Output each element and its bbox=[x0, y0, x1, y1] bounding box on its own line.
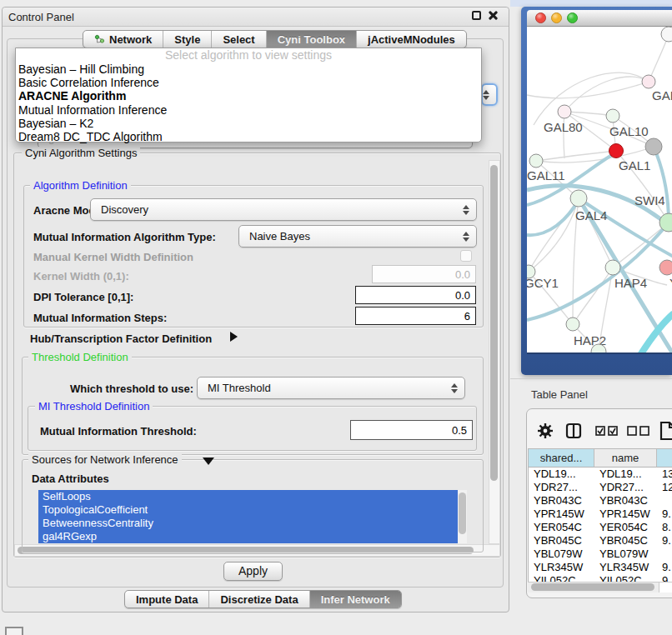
network-node-gal10[interactable] bbox=[606, 109, 619, 122]
algorithm-option-aracne-algorithm[interactable]: ARACNE Algorithm bbox=[16, 89, 481, 102]
tab-network[interactable]: Network bbox=[83, 31, 163, 48]
table-row[interactable]: YER054CYER054C8. bbox=[529, 521, 672, 534]
bottom-tab-impute-data-label: Impute Data bbox=[136, 593, 198, 606]
table-panel-divider bbox=[510, 378, 672, 379]
network-node-gal[interactable] bbox=[642, 75, 655, 88]
table-cell bbox=[657, 494, 672, 508]
collapse-arrow-icon[interactable] bbox=[203, 458, 214, 465]
aracne-mode-combo[interactable]: Discovery bbox=[90, 198, 477, 221]
column-header-name[interactable]: name bbox=[594, 449, 657, 468]
settings-group-title: Cyni Algorithm Settings bbox=[22, 147, 140, 159]
algorithm-definition-title: Algorithm Definition bbox=[30, 179, 131, 192]
manual-kernel-checkbox bbox=[460, 250, 472, 262]
bottom-tab-discretize-data[interactable]: Discretize Data bbox=[208, 591, 308, 608]
dropdown-items: Bayesian – Hill ClimbingBasic Correlatio… bbox=[16, 62, 481, 143]
sources-group-title[interactable]: Sources for Network Inference bbox=[28, 453, 182, 466]
network-canvas[interactable]: GALGAL80GAL10GAL1GAL11GAL4SWI4GCY1HAP4YH… bbox=[527, 27, 672, 354]
attribute-item-topologicalcoefficient[interactable]: TopologicalCoefficient bbox=[38, 503, 467, 517]
expand-arrow-icon[interactable] bbox=[230, 332, 238, 342]
algorithm-option-mutual-information-inference[interactable]: Mutual Information Inference bbox=[16, 103, 481, 117]
dpi-tolerance-field[interactable] bbox=[355, 286, 476, 304]
node-label: GAL1 bbox=[619, 158, 650, 172]
table-cell: YLR345W bbox=[529, 561, 594, 574]
tab-select-label: Select bbox=[223, 33, 254, 46]
column-header-shared[interactable]: shared... bbox=[529, 449, 594, 468]
apply-button[interactable]: Apply bbox=[223, 562, 283, 581]
columns-icon[interactable] bbox=[565, 422, 582, 439]
tab-cyni-toolbox[interactable]: Cyni Toolbox bbox=[266, 31, 356, 48]
table-cell: YER054C bbox=[529, 521, 594, 534]
which-threshold-combo[interactable]: MI Threshold bbox=[197, 377, 465, 399]
mi-type-combo[interactable]: Naive Bayes bbox=[238, 225, 477, 248]
panel-corner-icon[interactable] bbox=[5, 627, 23, 635]
float-icon[interactable] bbox=[472, 11, 481, 20]
hub-section-label[interactable]: Hub/Transcription Factor Definition bbox=[30, 332, 212, 345]
attribute-item-selfloops[interactable]: SelfLoops bbox=[38, 490, 467, 503]
stepper-arrows-icon bbox=[463, 205, 469, 215]
mi-threshold-field[interactable] bbox=[350, 420, 473, 440]
attribute-table: shared...nameA YDL19...YDL19...13YDR27..… bbox=[528, 448, 672, 592]
network-node-gal1[interactable] bbox=[609, 144, 624, 158]
stepper-arrows-icon bbox=[483, 90, 489, 100]
mi-steps-field[interactable] bbox=[355, 307, 476, 325]
document-icon[interactable] bbox=[659, 421, 672, 441]
attributes-scrollbar-thumb[interactable] bbox=[459, 492, 466, 534]
attribute-item-gal4rgexp[interactable]: gal4RGexp bbox=[38, 530, 467, 543]
table-cell bbox=[657, 548, 672, 561]
table-cell: YBR045C bbox=[529, 534, 594, 548]
node-label: GAL80 bbox=[544, 120, 583, 134]
mac-close-button[interactable] bbox=[535, 12, 546, 23]
table-cell: YDR27... bbox=[594, 481, 657, 494]
algorithm-option-bayesian-hill-climbing[interactable]: Bayesian – Hill Climbing bbox=[16, 62, 481, 76]
network-window-titlebar[interactable] bbox=[527, 10, 672, 27]
table-cell: YBR045C bbox=[594, 534, 657, 548]
bottom-tab-impute-data[interactable]: Impute Data bbox=[125, 591, 208, 608]
network-graph: GALGAL80GAL10GAL1GAL11GAL4SWI4GCY1HAP4YH… bbox=[527, 27, 672, 354]
network-node-y[interactable] bbox=[659, 260, 672, 275]
table-row[interactable]: YBR045CYBR045C9. bbox=[529, 534, 672, 548]
network-node-gal80[interactable] bbox=[558, 105, 571, 118]
tab-select[interactable]: Select bbox=[211, 31, 265, 48]
table-cell: YBR043C bbox=[529, 494, 594, 508]
gear-icon[interactable] bbox=[537, 422, 554, 439]
close-icon[interactable] bbox=[488, 10, 499, 21]
tab-jactivemnodules[interactable]: jActiveMNodules bbox=[356, 31, 466, 48]
tab-style[interactable]: Style bbox=[163, 31, 211, 48]
tab-network-label: Network bbox=[109, 33, 152, 46]
tab-jactivemnodules-label: jActiveMNodules bbox=[368, 33, 455, 46]
table-row[interactable]: YPR145WYPR145W9. bbox=[529, 508, 672, 521]
network-node-hap4[interactable] bbox=[605, 260, 620, 275]
table-cell: 12 bbox=[657, 481, 672, 494]
network-node-hap2[interactable] bbox=[566, 318, 579, 331]
network-node-gal4[interactable] bbox=[570, 190, 587, 207]
bottom-tab-infer-network[interactable]: Infer Network bbox=[309, 591, 401, 608]
table-row[interactable]: YLR345WYLR345W9. bbox=[529, 561, 672, 574]
table-row[interactable]: YDR27...YDR27...12 bbox=[529, 481, 672, 494]
table-cell: YER054C bbox=[594, 521, 657, 534]
inference-combo-stepper[interactable] bbox=[481, 83, 498, 106]
table-body: YDL19...YDL19...13YDR27...YDR27...12YBR0… bbox=[529, 468, 672, 588]
network-node[interactable] bbox=[661, 27, 672, 42]
table-panel-title: Table Panel bbox=[531, 388, 588, 401]
table-cell: YDL19... bbox=[529, 468, 594, 481]
table-cell: 8. bbox=[657, 521, 672, 534]
table-row[interactable]: YBR043CYBR043C bbox=[529, 494, 672, 508]
algorithm-option-basic-correlation-inference[interactable]: Basic Correlation Inference bbox=[16, 76, 481, 89]
network-edge bbox=[527, 200, 579, 235]
table-hscrollbar-thumb[interactable] bbox=[531, 583, 654, 591]
mac-minimize-button[interactable] bbox=[551, 12, 562, 23]
mac-zoom-button[interactable] bbox=[567, 12, 578, 23]
checked-pair-icon[interactable] bbox=[595, 426, 619, 437]
column-header-a[interactable]: A bbox=[657, 449, 672, 468]
attribute-item-betweennesscentrality[interactable]: BetweennessCentrality bbox=[38, 517, 467, 530]
algorithm-option-dream8-dc-tdc-algorithm[interactable]: Dream8 DC_TDC Algorithm bbox=[16, 130, 481, 143]
kernel-width-label: Kernel Width (0,1): bbox=[33, 270, 129, 282]
table-row[interactable]: YBL079WYBL079W bbox=[529, 548, 672, 561]
algorithm-option-bayesian-k2[interactable]: Bayesian – K2 bbox=[16, 117, 481, 130]
unchecked-pair-icon[interactable] bbox=[627, 426, 650, 437]
settings-vscrollbar-thumb[interactable] bbox=[490, 165, 498, 481]
network-node-gal11[interactable] bbox=[529, 154, 543, 168]
mi-steps-label: Mutual Information Steps: bbox=[33, 312, 167, 324]
network-node[interactable] bbox=[645, 138, 662, 155]
table-row[interactable]: YDL19...YDL19...13 bbox=[529, 468, 672, 481]
